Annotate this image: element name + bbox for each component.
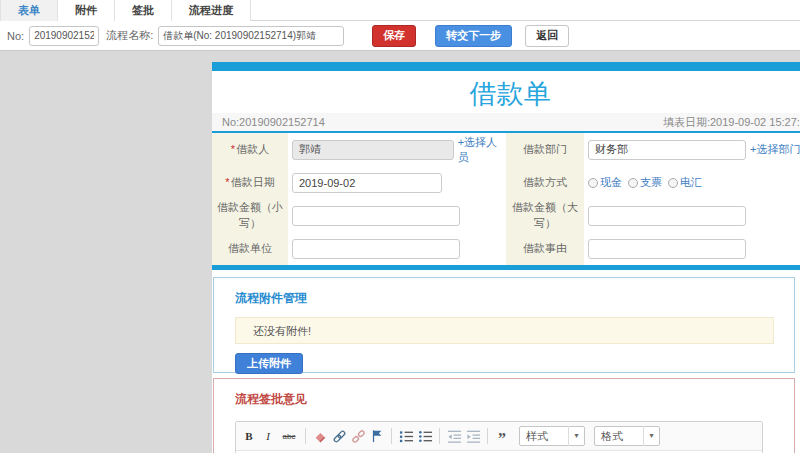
process-name-label: 流程名称: bbox=[106, 28, 153, 43]
tab-approval[interactable]: 签批 bbox=[115, 0, 172, 21]
command-bar: No: 流程名称: 保存 转交下一步 返回 bbox=[0, 21, 800, 51]
loan-method-radio-group: 现金 支票 电汇 bbox=[588, 175, 702, 190]
tab-attachment[interactable]: 附件 bbox=[58, 0, 115, 21]
form-number: No:20190902152714 bbox=[222, 116, 325, 128]
panel-bottom-accent-bar bbox=[212, 265, 800, 270]
format-dropdown[interactable]: 格式 ▾ bbox=[594, 426, 660, 446]
back-button[interactable]: 返回 bbox=[525, 25, 569, 47]
loan-date-input[interactable] bbox=[292, 173, 442, 193]
indent-icon[interactable] bbox=[465, 428, 481, 444]
no-attachment-message: 还没有附件! bbox=[235, 317, 774, 344]
radio-icon bbox=[628, 178, 638, 188]
borrower-input[interactable] bbox=[292, 140, 454, 160]
editor-toolbar: B I abc bbox=[236, 422, 762, 451]
select-person-link[interactable]: +选择人员 bbox=[458, 135, 506, 165]
attachment-section-heading: 流程附件管理 bbox=[235, 290, 794, 307]
loan-form-panel: 借款单 No:20190902152714 填表日期:2019-09-02 15… bbox=[212, 62, 800, 453]
tab-bar: 表单 附件 签批 流程进度 bbox=[0, 0, 800, 21]
loan-method-label: 借款方式 bbox=[506, 166, 584, 199]
unlink-icon[interactable] bbox=[350, 428, 366, 444]
remove-format-icon[interactable] bbox=[312, 428, 328, 444]
no-input[interactable] bbox=[29, 26, 99, 46]
borrower-label: *借款人 bbox=[212, 133, 288, 166]
fill-date: 填表日期:2019-09-02 15:27:1 bbox=[663, 115, 800, 130]
approval-section-heading: 流程签批意见 bbox=[235, 391, 794, 408]
panel-top-accent-bar bbox=[212, 62, 800, 71]
styles-dropdown-label: 样式 bbox=[520, 429, 568, 444]
loan-date-field bbox=[288, 166, 506, 199]
upload-attachment-button[interactable]: 上传附件 bbox=[235, 353, 303, 374]
loan-unit-field bbox=[288, 232, 506, 265]
approval-section: 流程签批意见 B I abc bbox=[213, 378, 795, 453]
page-title: 借款单 bbox=[212, 71, 800, 113]
styles-dropdown[interactable]: 样式 ▾ bbox=[519, 426, 585, 446]
amount-small-input[interactable] bbox=[292, 206, 460, 226]
no-label: No: bbox=[7, 30, 24, 42]
required-marker: * bbox=[231, 142, 235, 158]
anchor-flag-icon[interactable] bbox=[369, 428, 385, 444]
chevron-down-icon: ▾ bbox=[568, 426, 584, 446]
department-input[interactable] bbox=[588, 140, 746, 160]
amount-small-field bbox=[288, 199, 506, 232]
loan-reason-field bbox=[584, 232, 800, 265]
numbered-list-icon[interactable] bbox=[398, 428, 414, 444]
save-button[interactable]: 保存 bbox=[372, 25, 416, 47]
radio-wire[interactable]: 电汇 bbox=[668, 175, 702, 190]
toolbar-separator bbox=[391, 428, 392, 444]
department-field: +选择部门 bbox=[584, 133, 800, 166]
blockquote-icon[interactable]: ” bbox=[494, 428, 510, 444]
forward-next-step-button[interactable]: 转交下一步 bbox=[435, 25, 512, 47]
amount-small-label: 借款金额（小写） bbox=[212, 199, 288, 232]
loan-method-field: 现金 支票 电汇 bbox=[584, 166, 800, 199]
toolbar-separator bbox=[487, 428, 488, 444]
process-name-input[interactable] bbox=[158, 26, 344, 46]
outdent-icon[interactable] bbox=[446, 428, 462, 444]
bulleted-list-icon[interactable] bbox=[417, 428, 433, 444]
loan-unit-label: 借款单位 bbox=[212, 232, 288, 265]
loan-reason-input[interactable] bbox=[588, 239, 746, 259]
italic-icon[interactable]: I bbox=[260, 428, 276, 444]
required-marker: * bbox=[225, 175, 229, 191]
loan-reason-label: 借款事由 bbox=[506, 232, 584, 265]
radio-check[interactable]: 支票 bbox=[628, 175, 662, 190]
chevron-down-icon: ▾ bbox=[643, 426, 659, 446]
bold-icon[interactable]: B bbox=[241, 428, 257, 444]
format-dropdown-label: 格式 bbox=[595, 429, 643, 444]
loan-form-grid: *借款人 +选择人员 借款部门 +选择部门 *借款日期 借款方式 现金 支票 电… bbox=[212, 133, 800, 265]
rich-text-editor: B I abc bbox=[235, 421, 763, 453]
screen: 表单 附件 签批 流程进度 No: 流程名称: 保存 转交下一步 返回 借款单 … bbox=[0, 0, 800, 453]
loan-unit-input[interactable] bbox=[292, 239, 460, 259]
department-label: 借款部门 bbox=[506, 133, 584, 166]
radio-cash[interactable]: 现金 bbox=[588, 175, 622, 190]
tab-form[interactable]: 表单 bbox=[0, 0, 58, 21]
toolbar-separator bbox=[439, 428, 440, 444]
amount-big-input[interactable] bbox=[588, 206, 746, 226]
select-department-link[interactable]: +选择部门 bbox=[750, 142, 800, 157]
strikethrough-icon[interactable]: abc bbox=[279, 428, 299, 444]
attachment-section: 流程附件管理 还没有附件! 上传附件 bbox=[213, 277, 795, 373]
radio-icon bbox=[668, 178, 678, 188]
amount-big-field bbox=[584, 199, 800, 232]
amount-big-label: 借款金额（大写） bbox=[506, 199, 584, 232]
tab-process-progress[interactable]: 流程进度 bbox=[172, 0, 251, 21]
loan-date-label: *借款日期 bbox=[212, 166, 288, 199]
borrower-field: +选择人员 bbox=[288, 133, 506, 166]
toolbar-separator bbox=[305, 428, 306, 444]
link-icon[interactable] bbox=[331, 428, 347, 444]
meta-row: No:20190902152714 填表日期:2019-09-02 15:27:… bbox=[212, 113, 800, 131]
radio-icon bbox=[588, 178, 598, 188]
